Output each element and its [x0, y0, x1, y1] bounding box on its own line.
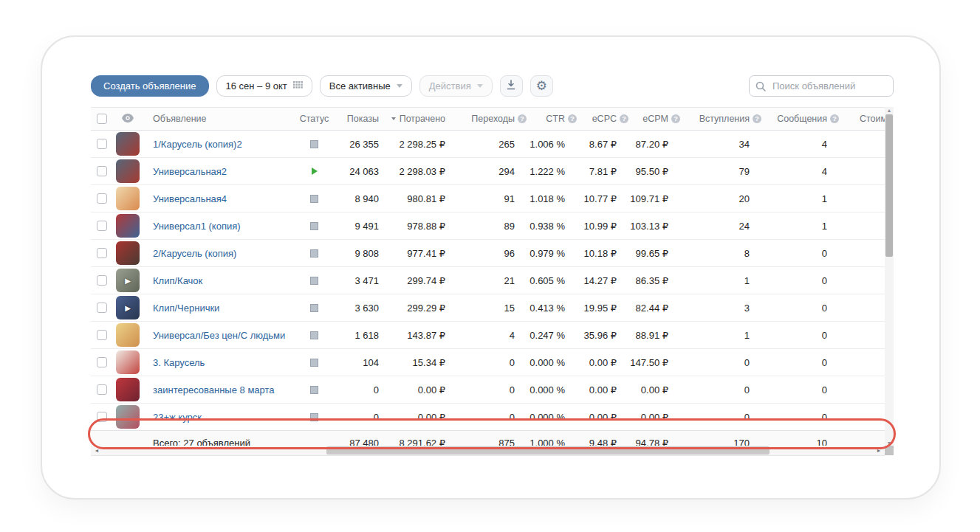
scroll-left-icon[interactable]: ◄: [92, 446, 101, 455]
table-row[interactable]: 3. Карусель10415.34 ₽00.000 %0.00 ₽147.5…: [91, 349, 885, 376]
ad-thumbnail[interactable]: [116, 187, 140, 210]
status-stopped-icon: [310, 359, 318, 367]
column-header-cost[interactable]: Стоим: [839, 114, 885, 124]
cell-ecpc: 14.27 ₽: [577, 275, 628, 286]
row-checkbox[interactable]: [97, 384, 107, 395]
help-icon[interactable]: ?: [568, 114, 577, 123]
table-row[interactable]: Универсальная224 0632 298.03 ₽2941.222 %…: [91, 158, 885, 185]
table-row[interactable]: Универсал/Без цен/С людьми1 618143.87 ₽4…: [91, 322, 885, 349]
vertical-scrollbar[interactable]: ▲ ▼: [885, 107, 894, 446]
create-ad-button[interactable]: Создать объявление: [91, 75, 209, 97]
column-header-joins[interactable]: Вступления?: [680, 114, 761, 124]
row-checkbox[interactable]: [97, 303, 107, 313]
cell-ecpc: 35.96 ₽: [577, 330, 628, 341]
ad-name-link[interactable]: 23+ж курск: [153, 412, 202, 423]
horizontal-scrollbar-thumb[interactable]: [326, 446, 770, 455]
row-checkbox[interactable]: [97, 221, 107, 231]
cell-ecpm: 0.00 ₽: [628, 412, 680, 423]
status-stopped-icon: [310, 249, 318, 258]
ad-name-link[interactable]: Универсал/Без цен/С людьми: [153, 330, 285, 341]
ad-name-link[interactable]: заинтересованные 8 марта: [153, 384, 275, 395]
help-icon[interactable]: ?: [830, 114, 839, 123]
cell-spent: 0.00 ₽: [379, 412, 445, 423]
cell-ecpm: 109.71 ₽: [628, 193, 680, 204]
date-range-button[interactable]: 16 сен – 9 окт: [216, 75, 312, 97]
status-stopped-icon: [310, 386, 318, 394]
table-row[interactable]: 23+ж курск00.00 ₽00.000 %0.00 ₽0.00 ₽00: [91, 404, 885, 431]
cell-messages: 1: [761, 193, 839, 204]
column-header-ctr[interactable]: CTR?: [527, 114, 577, 124]
ad-name-link[interactable]: Клип/Чернички: [153, 303, 219, 314]
cell-ecpm: 95.50 ₽: [628, 166, 680, 177]
status-stopped-icon: [310, 140, 318, 148]
ad-name-link[interactable]: Универсальная4: [153, 193, 227, 204]
column-header-spent[interactable]: Потрачено: [379, 114, 445, 124]
chevron-down-icon: [397, 84, 402, 88]
help-icon[interactable]: ?: [620, 114, 628, 123]
ad-name-link[interactable]: Клип/Качок: [153, 275, 202, 286]
status-filter-dropdown[interactable]: Все активные: [320, 75, 412, 97]
search-input[interactable]: [771, 80, 887, 92]
status-stopped-icon: [310, 277, 318, 285]
cell-ecpc: 10.18 ₽: [577, 248, 628, 259]
cell-spent: 15.34 ₽: [379, 357, 445, 368]
ad-thumbnail[interactable]: ▶: [116, 296, 140, 319]
cell-ecpc: 8.67 ₽: [577, 139, 628, 150]
scroll-right-icon[interactable]: ►: [874, 446, 883, 455]
cell-ctr: 1.018 %: [527, 193, 577, 204]
column-header-ecpc[interactable]: eCPC?: [577, 114, 628, 124]
ad-thumbnail[interactable]: [116, 241, 140, 265]
cell-spent: 299.29 ₽: [379, 303, 445, 314]
ad-name-link[interactable]: 3. Карусель: [153, 357, 205, 368]
row-checkbox[interactable]: [97, 357, 107, 367]
ad-name-link[interactable]: 1/Карусель (копия)2: [153, 139, 242, 150]
select-all-checkbox[interactable]: [97, 114, 107, 124]
settings-button[interactable]: ⚙: [530, 75, 553, 97]
horizontal-scrollbar[interactable]: ◄ ►: [91, 446, 885, 455]
table-row[interactable]: Универсал1 (копия)9 491978.88 ₽890.938 %…: [91, 213, 885, 240]
ad-thumbnail[interactable]: [116, 350, 140, 374]
column-header-messages[interactable]: Сообщения?: [761, 114, 839, 124]
export-button[interactable]: [500, 75, 523, 97]
status-stopped-icon: [310, 195, 318, 203]
ad-thumbnail[interactable]: [116, 323, 140, 347]
table-row[interactable]: ▶Клип/Качок3 471299.74 ₽210.605 %14.27 ₽…: [91, 267, 885, 294]
cell-joins: 8: [680, 248, 761, 259]
actions-dropdown[interactable]: Действия: [419, 75, 493, 97]
scroll-up-icon[interactable]: ▲: [885, 108, 894, 114]
row-checkbox[interactable]: [97, 166, 107, 176]
ad-thumbnail[interactable]: [116, 214, 140, 238]
ad-thumbnail[interactable]: [116, 405, 140, 429]
row-checkbox[interactable]: [97, 412, 107, 422]
table-row[interactable]: 1/Карусель (копия)226 3552 298.25 ₽2651.…: [91, 131, 885, 158]
row-checkbox[interactable]: [97, 330, 107, 340]
ad-thumbnail[interactable]: [116, 132, 140, 156]
ad-name-link[interactable]: 2/Карусель (копия): [153, 248, 236, 259]
table-row[interactable]: 2/Карусель (копия)9 808977.41 ₽960.979 %…: [91, 240, 885, 267]
status-stopped-icon: [310, 331, 318, 339]
status-stopped-icon: [310, 304, 318, 312]
column-header-shows[interactable]: Показы: [338, 114, 379, 124]
ad-thumbnail[interactable]: [116, 159, 140, 183]
row-checkbox[interactable]: [97, 139, 107, 149]
table-row[interactable]: ▶Клип/Чернички3 630299.29 ₽150.413 %19.9…: [91, 294, 885, 322]
row-checkbox[interactable]: [97, 193, 107, 204]
table-row[interactable]: заинтересованные 8 марта00.00 ₽00.000 %0…: [91, 376, 885, 404]
help-icon[interactable]: ?: [671, 114, 680, 123]
table-row[interactable]: Универсальная48 940980.81 ₽911.018 %10.7…: [91, 185, 885, 213]
row-checkbox[interactable]: [97, 248, 107, 258]
column-header-clicks[interactable]: Переходы?: [445, 114, 527, 124]
help-icon[interactable]: ?: [518, 114, 527, 123]
ad-thumbnail[interactable]: ▶: [116, 269, 140, 292]
column-header-ecpm[interactable]: eCPM?: [628, 114, 680, 124]
ad-thumbnail[interactable]: [116, 378, 140, 401]
cell-ecpc: 0.00 ₽: [577, 412, 628, 423]
cell-ecpc: 0.00 ₽: [577, 357, 628, 368]
help-icon[interactable]: ?: [753, 114, 761, 123]
ad-name-link[interactable]: Универсал1 (копия): [153, 221, 241, 232]
column-header-status[interactable]: Статус: [290, 114, 338, 124]
row-checkbox[interactable]: [97, 275, 107, 286]
column-header-ad[interactable]: Объявление: [143, 114, 290, 124]
ad-name-link[interactable]: Универсальная2: [153, 166, 227, 177]
vertical-scrollbar-thumb[interactable]: [885, 114, 893, 257]
